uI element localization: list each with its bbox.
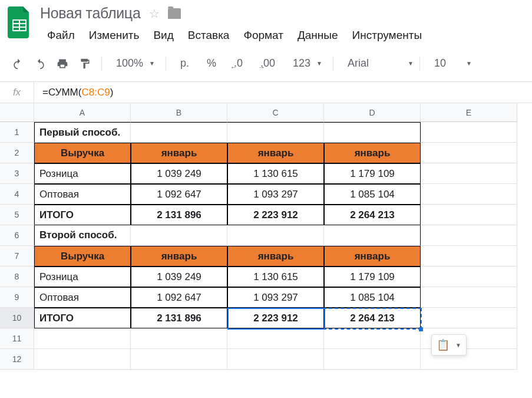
cell[interactable]: 1 093 297 (227, 287, 324, 308)
increase-decimal[interactable]: .00→ (252, 51, 283, 75)
menu-format[interactable]: Формат (236, 25, 290, 45)
cell[interactable] (227, 122, 324, 143)
row-header[interactable]: 4 (0, 184, 34, 205)
cell[interactable]: 1 085 104 (324, 184, 421, 205)
cell[interactable] (131, 225, 227, 246)
more-formats[interactable]: 123▼ (285, 51, 327, 75)
cell[interactable] (131, 349, 227, 370)
menu-data[interactable]: Данные (290, 25, 345, 45)
font-select[interactable]: Arial (339, 51, 404, 75)
cell[interactable]: 1 130 615 (227, 267, 324, 287)
menu-edit[interactable]: Изменить (82, 25, 147, 45)
cell[interactable]: Первый способ. (34, 122, 131, 143)
undo-button[interactable] (7, 54, 28, 73)
cell[interactable]: 1 085 104 (324, 287, 421, 308)
cell[interactable] (421, 287, 517, 308)
row-header[interactable]: 10 (0, 308, 34, 328)
col-header[interactable]: B (131, 103, 227, 122)
row-header[interactable]: 2 (0, 143, 34, 163)
cell[interactable] (324, 122, 421, 143)
col-header[interactable]: D (324, 103, 421, 122)
cell[interactable] (421, 163, 517, 184)
folder-icon[interactable] (168, 8, 181, 19)
col-header[interactable]: C (227, 103, 324, 122)
cell[interactable] (131, 328, 227, 349)
cell[interactable]: Розница (34, 163, 131, 184)
cell[interactable] (421, 122, 517, 143)
cell[interactable]: Оптовая (34, 184, 131, 205)
cell[interactable]: январь (131, 246, 227, 267)
menu-file[interactable]: Файл (40, 25, 82, 45)
cell[interactable]: 2 264 213 (324, 205, 421, 225)
cell[interactable]: 1 092 647 (131, 287, 227, 308)
cell[interactable]: 1 039 249 (131, 163, 227, 184)
cell[interactable]: 1 093 297 (227, 184, 324, 205)
cell[interactable] (227, 225, 324, 246)
cell[interactable]: Выручка (34, 246, 131, 267)
cell-active[interactable]: 2 223 912 (227, 308, 324, 328)
row-header[interactable]: 3 (0, 163, 34, 184)
cell[interactable]: 1 179 109 (324, 267, 421, 287)
print-button[interactable] (52, 54, 73, 73)
cell[interactable] (34, 328, 131, 349)
cell[interactable] (227, 328, 324, 349)
cell[interactable]: 1 039 249 (131, 267, 227, 287)
cell[interactable]: Оптовая (34, 287, 131, 308)
cell[interactable] (421, 225, 517, 246)
cell[interactable] (421, 246, 517, 267)
cell[interactable] (131, 122, 227, 143)
row-header[interactable]: 8 (0, 267, 34, 287)
cell[interactable]: январь (324, 246, 421, 267)
font-size-chevron-icon[interactable]: ▼ (466, 60, 472, 67)
cell[interactable]: ИТОГО (34, 205, 131, 225)
cell[interactable]: январь (227, 246, 324, 267)
cell[interactable] (421, 205, 517, 225)
cell[interactable]: январь (324, 143, 421, 163)
row-header[interactable]: 11 (0, 328, 34, 349)
row-header[interactable]: 1 (0, 122, 34, 143)
cell[interactable] (421, 143, 517, 163)
zoom-select[interactable]: 100%▼ (108, 51, 160, 75)
redo-button[interactable] (29, 54, 51, 73)
row-header[interactable]: 12 (0, 349, 34, 370)
format-currency[interactable]: р. (172, 51, 197, 75)
paste-options-popup[interactable]: 📋 ▼ (431, 334, 467, 356)
cell[interactable]: Второй способ. (34, 225, 131, 246)
cell[interactable]: 2 223 912 (227, 205, 324, 225)
paint-format-button[interactable] (74, 54, 95, 73)
cell[interactable] (421, 267, 517, 287)
fx-icon[interactable]: fx (0, 82, 34, 103)
format-percent[interactable]: % (199, 51, 224, 75)
cell[interactable]: 2 264 213 (324, 308, 421, 328)
cell[interactable]: 1 092 647 (131, 184, 227, 205)
cell[interactable]: 2 131 896 (131, 308, 227, 328)
row-header[interactable]: 6 (0, 225, 34, 246)
menu-tools[interactable]: Инструменты (345, 25, 429, 45)
decrease-decimal[interactable]: .0← (226, 51, 251, 75)
cell[interactable] (227, 349, 324, 370)
formula-input[interactable]: =СУММ(C8:C9) (34, 82, 532, 103)
cell[interactable]: январь (227, 143, 324, 163)
cell[interactable]: январь (131, 143, 227, 163)
font-size-select[interactable]: 10 (426, 51, 454, 75)
select-all-corner[interactable] (0, 103, 34, 122)
row-header[interactable]: 7 (0, 246, 34, 267)
cell[interactable] (324, 225, 421, 246)
font-chevron-icon[interactable]: ▼ (408, 60, 414, 67)
col-header[interactable]: A (34, 103, 131, 122)
cell[interactable]: ИТОГО (34, 308, 131, 328)
cell[interactable] (421, 308, 517, 328)
cell[interactable] (421, 184, 517, 205)
cell[interactable]: 1 130 615 (227, 163, 324, 184)
cell[interactable]: 1 179 109 (324, 163, 421, 184)
cell[interactable] (324, 349, 421, 370)
menu-insert[interactable]: Вставка (181, 25, 237, 45)
menu-view[interactable]: Вид (146, 25, 180, 45)
star-icon[interactable]: ☆ (149, 6, 160, 21)
row-header[interactable]: 5 (0, 205, 34, 225)
sheets-logo[interactable] (6, 5, 33, 40)
row-header[interactable]: 9 (0, 287, 34, 308)
cell[interactable]: Розница (34, 267, 131, 287)
cell[interactable]: 2 131 896 (131, 205, 227, 225)
cell[interactable] (34, 349, 131, 370)
